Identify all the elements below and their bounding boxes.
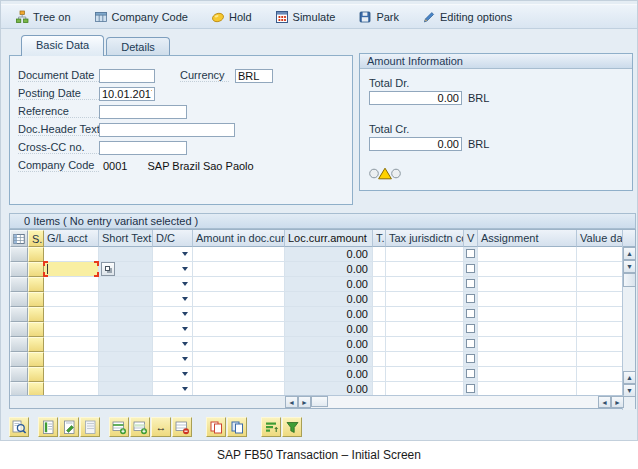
amount-doc-curr-cell[interactable] — [193, 307, 285, 322]
dropdown-arrow-icon[interactable] — [182, 252, 188, 256]
table-row[interactable]: 0.00 — [10, 307, 635, 322]
assignment-cell[interactable] — [478, 262, 577, 277]
short-text-cell[interactable] — [99, 292, 153, 307]
loc-curr-amount-cell[interactable]: 0.00 — [285, 352, 373, 367]
vertical-scrollbar[interactable]: ▲ ▼ ▲ ▼ — [622, 230, 635, 410]
gl-acct-cell[interactable] — [44, 292, 99, 307]
filter-button[interactable] — [282, 417, 302, 437]
tax-code-cell[interactable] — [373, 277, 386, 292]
column-header-tax-code[interactable]: T.. — [373, 230, 386, 247]
row-status-cell[interactable] — [28, 247, 44, 262]
change-document-button[interactable] — [59, 417, 79, 437]
dropdown-arrow-icon[interactable] — [182, 297, 188, 301]
dropdown-arrow-icon[interactable] — [182, 342, 188, 346]
amount-doc-curr-cell[interactable] — [193, 247, 285, 262]
calc-tax-checkbox[interactable] — [466, 264, 475, 273]
tax-jurisdictn-cell[interactable] — [386, 352, 464, 367]
dropdown-arrow-icon[interactable] — [182, 282, 188, 286]
calc-tax-cell[interactable] — [464, 307, 478, 322]
assignment-cell[interactable] — [478, 337, 577, 352]
dropdown-arrow-icon[interactable] — [182, 312, 188, 316]
hold-button[interactable]: Hold — [209, 9, 254, 25]
scroll-right-2-icon[interactable]: ► — [611, 396, 624, 408]
tax-jurisdictn-cell[interactable] — [386, 277, 464, 292]
gl-acct-cell[interactable] — [44, 322, 99, 337]
calc-tax-checkbox[interactable] — [466, 324, 475, 333]
loc-curr-amount-cell[interactable]: 0.00 — [285, 277, 373, 292]
calc-tax-cell[interactable] — [464, 322, 478, 337]
loc-curr-amount-cell[interactable]: 0.00 — [285, 247, 373, 262]
sort-button[interactable] — [261, 417, 281, 437]
value-date-cell[interactable] — [577, 367, 623, 382]
row-status-cell[interactable] — [28, 367, 44, 382]
dropdown-arrow-icon[interactable] — [182, 387, 188, 391]
calc-tax-checkbox[interactable] — [466, 309, 475, 318]
column-header-dc[interactable]: D/C — [153, 230, 193, 247]
row-status-cell[interactable] — [28, 262, 44, 277]
row-selector-button[interactable] — [10, 322, 28, 337]
row-status-cell[interactable] — [28, 322, 44, 337]
calc-tax-checkbox[interactable] — [466, 339, 475, 348]
scroll-up-icon[interactable]: ▲ — [623, 247, 636, 260]
dc-cell[interactable] — [153, 277, 193, 292]
short-text-cell[interactable] — [99, 322, 153, 337]
table-row[interactable]: 0.00 — [10, 262, 635, 277]
page-up-icon[interactable]: ▲ — [623, 371, 636, 384]
tab-details[interactable]: Details — [106, 37, 170, 56]
calc-tax-checkbox[interactable] — [466, 294, 475, 303]
insert-row-button[interactable] — [109, 417, 129, 437]
value-date-cell[interactable] — [577, 292, 623, 307]
tax-code-cell[interactable] — [373, 337, 386, 352]
dc-cell[interactable] — [153, 307, 193, 322]
editing-options-button[interactable]: Editing options — [420, 9, 514, 25]
currency-input[interactable] — [235, 69, 273, 83]
scroll-right-icon[interactable]: ► — [298, 396, 311, 408]
tax-code-cell[interactable] — [373, 247, 386, 262]
row-selector-button[interactable] — [10, 277, 28, 292]
tax-code-cell[interactable] — [373, 352, 386, 367]
calc-tax-cell[interactable] — [464, 292, 478, 307]
tax-jurisdictn-cell[interactable] — [386, 292, 464, 307]
row-status-cell[interactable] — [28, 307, 44, 322]
assignment-cell[interactable] — [478, 307, 577, 322]
calc-tax-cell[interactable] — [464, 337, 478, 352]
column-header-amount-doc-curr[interactable]: Amount in doc.curr. — [193, 230, 285, 247]
tax-jurisdictn-cell[interactable] — [386, 337, 464, 352]
page-down-icon[interactable]: ▼ — [623, 384, 636, 397]
short-text-cell[interactable] — [99, 367, 153, 382]
horizontal-scrollbar[interactable]: ◄ ► ◄ ► — [285, 395, 624, 408]
column-header-assignment[interactable]: Assignment — [478, 230, 577, 247]
tax-jurisdictn-cell[interactable] — [386, 307, 464, 322]
amount-doc-curr-cell[interactable] — [193, 292, 285, 307]
calc-tax-checkbox[interactable] — [466, 384, 475, 393]
tax-jurisdictn-cell[interactable] — [386, 367, 464, 382]
column-header-tax-jurisdictn[interactable]: Tax jurisdictn code — [386, 230, 464, 247]
calc-tax-checkbox[interactable] — [466, 354, 475, 363]
tax-jurisdictn-cell[interactable] — [386, 262, 464, 277]
display-document-button[interactable] — [38, 417, 58, 437]
tax-code-cell[interactable] — [373, 307, 386, 322]
row-status-cell[interactable] — [28, 352, 44, 367]
assignment-cell[interactable] — [478, 352, 577, 367]
loc-curr-amount-cell[interactable]: 0.00 — [285, 367, 373, 382]
short-text-cell[interactable] — [99, 277, 153, 292]
gl-acct-cell[interactable] — [44, 367, 99, 382]
loc-curr-amount-cell[interactable]: 0.00 — [285, 322, 373, 337]
vertical-scroll-thumb[interactable] — [623, 273, 636, 287]
tax-jurisdictn-cell[interactable] — [386, 322, 464, 337]
dc-cell[interactable] — [153, 337, 193, 352]
value-date-cell[interactable] — [577, 247, 623, 262]
column-header-short-text[interactable]: Short Text — [99, 230, 153, 247]
dc-cell[interactable] — [153, 367, 193, 382]
table-row[interactable]: 0.00 — [10, 367, 635, 382]
table-row[interactable]: 0.00 — [10, 247, 635, 262]
company-code-button[interactable]: Company Code — [92, 9, 190, 25]
dc-cell[interactable] — [153, 322, 193, 337]
scroll-left-2-icon[interactable]: ◄ — [598, 396, 611, 408]
gl-acct-cell[interactable] — [44, 352, 99, 367]
calc-tax-cell[interactable] — [464, 277, 478, 292]
horizontal-scroll-track[interactable] — [328, 396, 598, 408]
dropdown-arrow-icon[interactable] — [182, 327, 188, 331]
assignment-cell[interactable] — [478, 322, 577, 337]
value-date-cell[interactable] — [577, 262, 623, 277]
